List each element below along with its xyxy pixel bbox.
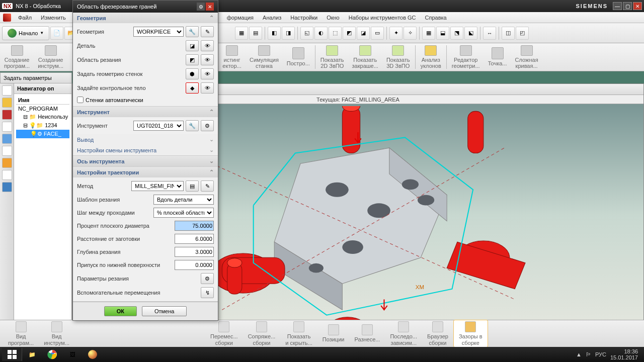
menu-window[interactable]: Окно bbox=[323, 14, 344, 22]
show-shaded-button[interactable]: Показатьзакраше... bbox=[348, 43, 382, 71]
tree-item[interactable]: ⊟ 📁 Неиспользу bbox=[16, 113, 69, 121]
tb-icon[interactable]: ▦ bbox=[422, 27, 435, 40]
new-icon[interactable]: 📄 bbox=[50, 27, 63, 40]
menu-edit[interactable]: Изменить bbox=[37, 14, 70, 22]
menu-help[interactable]: Справка bbox=[421, 14, 451, 22]
tb-icon[interactable]: ⬓ bbox=[436, 27, 449, 40]
cut-area-display-icon[interactable]: 👁 bbox=[201, 54, 214, 65]
tool-change-header[interactable]: Настройки смены инструмента⌄ bbox=[73, 145, 218, 155]
rail-icon[interactable] bbox=[2, 110, 12, 120]
dialog-close-icon[interactable]: ✕ bbox=[206, 3, 214, 11]
part-select-icon[interactable]: ◪ bbox=[186, 40, 199, 51]
tb-icon[interactable]: ✦ bbox=[389, 27, 403, 40]
menu-settings[interactable]: Настройки bbox=[286, 14, 321, 22]
nx-taskbar-icon[interactable] bbox=[83, 348, 103, 361]
tb-icon[interactable]: ⬕ bbox=[464, 27, 477, 40]
tb-icon[interactable]: ◧ bbox=[268, 27, 281, 40]
noncut-button[interactable]: ↯ bbox=[201, 287, 214, 298]
depth-field[interactable] bbox=[175, 247, 214, 257]
geometry-section-header[interactable]: Геометрия⌃ bbox=[73, 13, 218, 23]
rail-icon[interactable] bbox=[2, 182, 12, 192]
tb-icon[interactable]: ◰ bbox=[516, 27, 529, 40]
curve-button[interactable]: Сложнаякривая... bbox=[511, 43, 542, 71]
tb-icon[interactable]: ▦ bbox=[235, 27, 248, 40]
percent-field[interactable] bbox=[175, 221, 214, 231]
assy-browser-button[interactable]: Браузерсборки bbox=[422, 320, 453, 346]
tree-item[interactable]: ⊟ 💡📁 1234 bbox=[16, 121, 69, 130]
check-display-icon[interactable]: 👁 bbox=[201, 82, 214, 94]
rail-icon[interactable] bbox=[2, 122, 12, 132]
tray-icon[interactable]: 🏳 bbox=[586, 351, 591, 357]
clock[interactable]: 18:36 15.01.2017 bbox=[610, 348, 638, 360]
create-tool-button[interactable]: Созданиеинструм... bbox=[34, 43, 67, 71]
tb-icon[interactable]: ◫ bbox=[502, 27, 515, 40]
start-menu-button[interactable] bbox=[2, 348, 22, 361]
menu-gc-tools[interactable]: Наборы инструментов GC bbox=[345, 14, 420, 22]
view-program-button[interactable]: Видпрограм... bbox=[3, 320, 39, 346]
tb-icon[interactable]: ◨ bbox=[282, 27, 295, 40]
minimize-button[interactable]: — bbox=[613, 2, 622, 10]
explode-button[interactable]: Разнесе... bbox=[349, 323, 385, 343]
simulate-button[interactable]: Симуляциястанка bbox=[246, 43, 283, 71]
move-assy-button[interactable]: Перемес...сборки bbox=[205, 320, 243, 346]
cut-area-select-icon[interactable]: ◩ bbox=[186, 54, 199, 65]
wall-select-icon[interactable]: ⬢ bbox=[186, 68, 199, 79]
method-new-icon[interactable]: ✎ bbox=[201, 180, 214, 192]
auto-walls-checkbox[interactable] bbox=[77, 97, 84, 103]
method-edit-icon[interactable]: ▤ bbox=[186, 180, 199, 192]
rail-icon[interactable] bbox=[2, 170, 12, 180]
tool-select[interactable]: UGT0201_018 (E bbox=[133, 121, 184, 131]
show-hide-button[interactable]: Показатьи скрыть... bbox=[280, 320, 317, 346]
part-display-icon[interactable]: 👁 bbox=[201, 40, 214, 51]
explorer-icon[interactable]: 📁 bbox=[22, 348, 42, 361]
ok-button[interactable]: ОК bbox=[104, 306, 137, 316]
tb-icon[interactable]: ◩ bbox=[343, 27, 356, 40]
tb-icon[interactable]: ✧ bbox=[404, 27, 417, 40]
dialog-titlebar[interactable]: Область фрезерование граней ⚙ ✕ bbox=[73, 1, 218, 13]
system-tray[interactable]: ▲ 🏳 РУС 18:36 15.01.2017 bbox=[576, 348, 642, 360]
app-icon[interactable]: 🖼 bbox=[62, 348, 83, 361]
tb-icon[interactable]: ▤ bbox=[249, 27, 262, 40]
show-2d-button[interactable]: Показать2D ЗвПО bbox=[316, 43, 348, 71]
mate-assy-button[interactable]: Сопряже...сборки bbox=[243, 320, 281, 346]
geom-editor-button[interactable]: Редакторгеометри... bbox=[448, 43, 484, 71]
start-button[interactable]: Начало ▼ bbox=[2, 26, 49, 40]
rail-icon[interactable] bbox=[2, 85, 12, 96]
check-select-icon[interactable]: ◆ bbox=[186, 82, 199, 94]
tb-icon[interactable]: ◪ bbox=[357, 27, 370, 40]
listing-button[interactable]: истингектор... bbox=[218, 43, 246, 71]
menu-file[interactable]: Файл bbox=[14, 14, 36, 22]
geometry-new-icon[interactable]: ✎ bbox=[201, 26, 214, 37]
tray-icon[interactable]: ▲ bbox=[576, 351, 582, 357]
draft-analysis-button[interactable]: Анализуклонов bbox=[417, 43, 445, 71]
view-tool-button[interactable]: Видинструм... bbox=[39, 320, 74, 346]
shade-icon[interactable]: ◐ bbox=[314, 27, 328, 40]
rail-icon[interactable] bbox=[2, 134, 12, 144]
tree-item-selected[interactable]: 💡⚙ FACE_ bbox=[16, 130, 69, 138]
tool-section-header[interactable]: Инструмент⌃ bbox=[73, 107, 218, 117]
sequence-button[interactable]: Последо...зависим... bbox=[385, 320, 422, 346]
output-header[interactable]: Вывод⌄ bbox=[73, 134, 218, 145]
navigator-tree[interactable]: Имя NC_PROGRAM ⊟ 📁 Неиспользу ⊟ 💡📁 1234 … bbox=[14, 94, 71, 328]
tool-new-icon[interactable]: ⚙ bbox=[201, 120, 214, 131]
maximize-button[interactable]: ▢ bbox=[623, 2, 632, 10]
tree-item[interactable]: NC_PROGRAM bbox=[16, 105, 69, 113]
menu-analysis[interactable]: Анализ bbox=[259, 14, 285, 22]
wall-display-icon[interactable]: 👁 bbox=[201, 68, 214, 79]
blank-dist-field[interactable] bbox=[175, 234, 214, 244]
clearance-button[interactable]: Зазоры всборке bbox=[453, 320, 488, 347]
geometry-edit-icon[interactable]: 🔧 bbox=[186, 26, 199, 37]
path-section-header[interactable]: Настройки траектории⌃ bbox=[73, 167, 218, 177]
tb-icon[interactable]: ⬔ bbox=[450, 27, 463, 40]
menu-info[interactable]: формация bbox=[223, 14, 258, 22]
method-select[interactable]: MILL_SEMI_FINI bbox=[131, 181, 184, 191]
tb-icon[interactable]: ▭ bbox=[371, 27, 384, 40]
chrome-icon[interactable] bbox=[42, 348, 62, 361]
rail-icon[interactable] bbox=[2, 146, 12, 156]
point-button[interactable]: Точка... bbox=[484, 43, 511, 71]
tool-edit-icon[interactable]: 🔧 bbox=[186, 120, 199, 131]
cancel-button[interactable]: Отмена bbox=[142, 306, 187, 316]
cube-icon[interactable]: ◱ bbox=[300, 27, 313, 40]
close-button[interactable]: ✕ bbox=[633, 2, 642, 10]
pattern-select[interactable]: Вдоль детали bbox=[153, 195, 214, 205]
